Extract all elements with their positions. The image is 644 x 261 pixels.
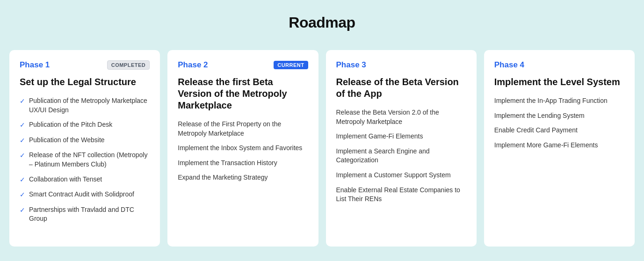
phase-items-list-2: Release of the First Property on the Met… (178, 120, 308, 182)
phase-badge-2: CURRENT (274, 61, 308, 69)
phase-header-1: Phase 1COMPLETED (20, 60, 150, 70)
phase-item-text: Release the Beta Version 2.0 of the Metr… (336, 108, 466, 126)
list-item: Implement the Transaction History (178, 159, 308, 168)
phases-grid: Phase 1COMPLETEDSet up the Legal Structu… (9, 50, 635, 246)
phase-items-list-3: Release the Beta Version 2.0 of the Metr… (336, 108, 466, 204)
phase-item-text: Implement More Game-Fi Elements (494, 141, 624, 150)
phase-header-2: Phase 2CURRENT (178, 60, 308, 70)
phase-label-3: Phase 3 (336, 60, 366, 70)
phase-item-text: Implement a Search Engine and Categoriza… (336, 147, 466, 165)
list-item: Expand the Marketing Strategy (178, 173, 308, 182)
phase-title-3: Release of the Beta Version of the App (336, 76, 466, 100)
list-item: Implement the Lending System (494, 111, 624, 121)
phase-title-1: Set up the Legal Structure (20, 76, 150, 88)
check-icon: ✓ (20, 136, 25, 145)
phase-label-2: Phase 2 (178, 60, 208, 70)
phase-item-text: Publication of the Pitch Desk (29, 120, 150, 130)
list-item: Enable Credit Card Payment (494, 126, 624, 135)
check-icon: ✓ (20, 190, 25, 200)
phase-items-list-1: ✓Publication of the Metropoly Marketplac… (20, 96, 150, 224)
page-container: Roadmap Phase 1COMPLETEDSet up the Legal… (0, 0, 644, 256)
phase-item-text: Publication of the Website (29, 136, 150, 145)
list-item: ✓Partnerships with Travladd and DTC Grou… (20, 205, 150, 224)
phase-header-3: Phase 3 (336, 60, 466, 70)
phase-item-text: Implement a Customer Support System (336, 171, 466, 180)
phase-header-4: Phase 4 (494, 60, 624, 70)
phase-item-text: Partnerships with Travladd and DTC Group (29, 205, 150, 224)
phase-item-text: Expand the Marketing Strategy (178, 173, 308, 182)
list-item: Enable External Real Estate Companies to… (336, 186, 466, 204)
phase-item-text: Smart Contract Audit with Solidproof (29, 190, 150, 199)
list-item: ✓Publication of the Pitch Desk (20, 120, 150, 130)
list-item: ✓Smart Contract Audit with Solidproof (20, 190, 150, 200)
phase-title-2: Release the first Beta Version of the Me… (178, 76, 308, 111)
phase-badge-1: COMPLETED (107, 60, 150, 70)
phase-card-3: Phase 3Release of the Beta Version of th… (326, 50, 477, 246)
phase-card-4: Phase 4Implement the Level SystemImpleme… (484, 50, 635, 246)
list-item: ✓Publication of the Website (20, 136, 150, 145)
list-item: ✓Release of the NFT collection (Metropol… (20, 151, 150, 169)
list-item: Implement the Inbox System and Favorites (178, 144, 308, 153)
phase-item-text: Implement the Inbox System and Favorites (178, 144, 308, 153)
phase-item-text: Publication of the Metropoly Marketplace… (29, 96, 150, 115)
phase-item-text: Collaboration with Tenset (29, 175, 150, 184)
list-item: Implement a Customer Support System (336, 171, 466, 180)
phase-card-2: Phase 2CURRENTRelease the first Beta Ver… (167, 50, 318, 246)
list-item: Release of the First Property on the Met… (178, 120, 308, 138)
list-item: Implement the In-App Trading Function (494, 96, 624, 106)
check-icon: ✓ (20, 121, 25, 130)
phase-item-text: Release of the First Property on the Met… (178, 120, 308, 138)
check-icon: ✓ (20, 97, 25, 106)
phase-item-text: Implement the Transaction History (178, 159, 308, 168)
phase-card-1: Phase 1COMPLETEDSet up the Legal Structu… (9, 50, 160, 246)
list-item: ✓Collaboration with Tenset (20, 175, 150, 185)
check-icon: ✓ (20, 175, 25, 185)
list-item: Implement a Search Engine and Categoriza… (336, 147, 466, 165)
phase-item-text: Enable External Real Estate Companies to… (336, 186, 466, 204)
phase-item-text: Release of the NFT collection (Metropoly… (29, 151, 150, 169)
page-title: Roadmap (9, 14, 635, 31)
list-item: Release the Beta Version 2.0 of the Metr… (336, 108, 466, 126)
phase-item-text: Implement the In-App Trading Function (494, 96, 624, 106)
list-item: ✓Publication of the Metropoly Marketplac… (20, 96, 150, 115)
check-icon: ✓ (20, 151, 25, 160)
check-icon: ✓ (20, 206, 25, 215)
list-item: Implement Game-Fi Elements (336, 132, 466, 141)
phase-label-1: Phase 1 (20, 60, 50, 70)
phase-items-list-4: Implement the In-App Trading FunctionImp… (494, 96, 624, 150)
phase-item-text: Enable Credit Card Payment (494, 126, 624, 135)
list-item: Implement More Game-Fi Elements (494, 141, 624, 150)
phase-title-4: Implement the Level System (494, 76, 624, 88)
phase-label-4: Phase 4 (494, 60, 524, 70)
phase-item-text: Implement the Lending System (494, 111, 624, 121)
phase-item-text: Implement Game-Fi Elements (336, 132, 466, 141)
